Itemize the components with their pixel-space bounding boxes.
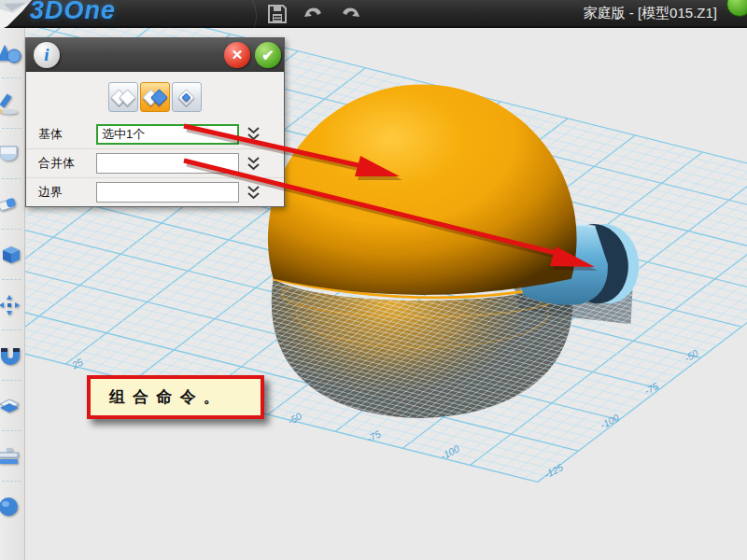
sketch-pencil-icon	[0, 92, 21, 115]
field-row-merge: 合并体	[26, 148, 284, 177]
sidebar-item-primitives[interactable]	[0, 28, 24, 78]
sidebar-item-move[interactable]	[0, 280, 24, 330]
info-icon[interactable]: i	[34, 42, 60, 68]
undo-button[interactable]	[302, 3, 326, 25]
cancel-button[interactable]: ✕	[224, 42, 250, 68]
sidebar-item-eraser[interactable]	[0, 179, 24, 230]
sidebar-item-surface[interactable]	[0, 129, 24, 179]
tooltip-combine-command: 组 合 命 令 。	[87, 375, 264, 419]
app-logo-icon	[0, 0, 34, 32]
field-row-boundary: 边界	[26, 177, 284, 206]
title-bar: 3DOne 家庭	[0, 0, 747, 28]
measure-icon	[0, 445, 21, 468]
cube-icon	[0, 244, 21, 266]
base-body-input[interactable]	[96, 124, 239, 145]
tooltip-text: 组 合 命 令 。	[109, 386, 221, 408]
mode-subtract-button[interactable]	[140, 82, 170, 112]
mode-intersect-button[interactable]	[172, 82, 202, 112]
mode-union-button[interactable]	[108, 82, 138, 112]
3done-window: 3DOne 家庭	[0, 0, 747, 560]
sidebar-item-sphere[interactable]	[0, 482, 24, 532]
sidebar-item-layers[interactable]	[0, 381, 24, 431]
corner-badge-button[interactable]	[726, 0, 747, 17]
field-label-boundary: 边界	[38, 184, 96, 201]
primitives-icon	[0, 42, 21, 64]
redo-button[interactable]	[338, 3, 362, 25]
boundary-input[interactable]	[96, 182, 239, 203]
eraser-icon	[0, 193, 21, 216]
chevron-down-icon[interactable]	[247, 126, 261, 142]
boolean-mode-row	[26, 82, 284, 112]
tool-sidebar	[0, 28, 25, 560]
document-title: 家庭版 - [模型015.Z1]	[584, 5, 717, 22]
redo-icon	[339, 4, 361, 24]
sidebar-item-measure[interactable]	[0, 431, 24, 482]
layers-icon	[0, 395, 21, 417]
app-logo-text: 3DOne	[30, 0, 116, 25]
sidebar-item-magnet[interactable]	[0, 330, 24, 381]
surface-icon	[0, 143, 21, 165]
field-label-merge: 合并体	[38, 155, 96, 172]
sphere-icon	[0, 496, 21, 518]
move-icon	[0, 294, 21, 316]
chevron-down-icon[interactable]	[247, 156, 261, 172]
save-button[interactable]	[265, 3, 289, 25]
magnet-icon	[0, 344, 21, 367]
chevron-down-icon[interactable]	[247, 185, 261, 201]
confirm-button[interactable]: ✔	[255, 42, 281, 68]
field-row-base: 基体	[26, 119, 284, 148]
sidebar-item-cube[interactable]	[0, 230, 24, 280]
merge-body-input[interactable]	[96, 153, 239, 174]
sidebar-item-sketch[interactable]	[0, 78, 24, 129]
dialog-title-bar: i ✕ ✔	[26, 38, 284, 72]
combine-dialog: i ✕ ✔ 基体	[25, 37, 285, 207]
undo-icon	[303, 4, 325, 24]
field-label-base: 基体	[38, 126, 96, 143]
save-icon	[267, 4, 288, 24]
